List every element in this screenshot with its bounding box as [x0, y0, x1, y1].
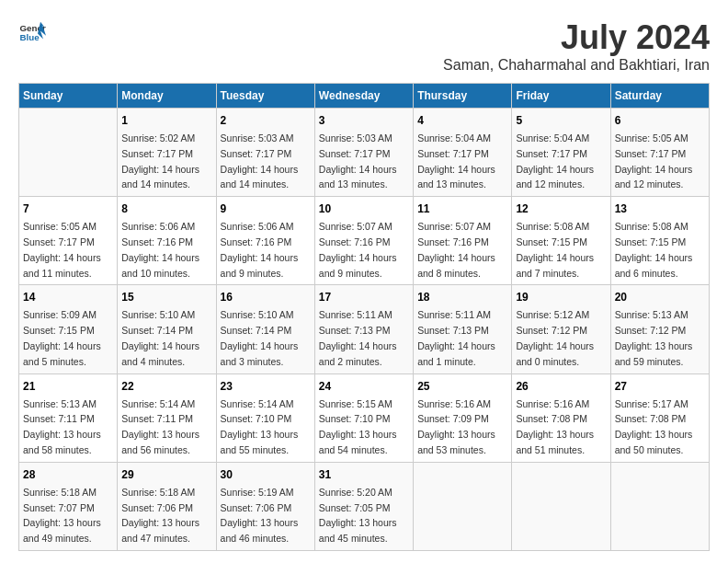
calendar-week-row: 21Sunrise: 5:13 AM Sunset: 7:11 PM Dayli…: [19, 373, 710, 462]
day-info: Sunrise: 5:19 AM Sunset: 7:06 PM Dayligh…: [221, 485, 311, 546]
day-info: Sunrise: 5:05 AM Sunset: 7:17 PM Dayligh…: [23, 219, 113, 281]
day-number: 29: [121, 466, 211, 483]
calendar-cell: 13Sunrise: 5:08 AM Sunset: 7:15 PM Dayli…: [610, 197, 709, 285]
calendar-cell: 10Sunrise: 5:07 AM Sunset: 7:16 PM Dayli…: [314, 197, 413, 285]
day-info: Sunrise: 5:09 AM Sunset: 7:15 PM Dayligh…: [23, 307, 113, 369]
day-number: 13: [615, 201, 705, 217]
day-number: 31: [319, 466, 409, 483]
day-info: Sunrise: 5:17 AM Sunset: 7:08 PM Dayligh…: [615, 396, 705, 458]
day-info: Sunrise: 5:06 AM Sunset: 7:16 PM Dayligh…: [121, 219, 211, 281]
day-info: Sunrise: 5:13 AM Sunset: 7:11 PM Dayligh…: [23, 396, 113, 458]
calendar-cell: 4Sunrise: 5:04 AM Sunset: 7:17 PM Daylig…: [414, 109, 512, 197]
day-info: Sunrise: 5:08 AM Sunset: 7:15 PM Dayligh…: [516, 219, 606, 281]
day-number: 21: [23, 378, 113, 395]
day-number: 7: [23, 201, 113, 217]
day-number: 10: [319, 201, 409, 217]
day-info: Sunrise: 5:04 AM Sunset: 7:17 PM Dayligh…: [417, 131, 507, 192]
day-info: Sunrise: 5:02 AM Sunset: 7:17 PM Dayligh…: [121, 131, 211, 192]
day-number: 18: [417, 289, 507, 305]
calendar-cell: 22Sunrise: 5:14 AM Sunset: 7:11 PM Dayli…: [118, 373, 216, 462]
title-area: July 2024 Saman, Chaharmahal and Bakhtia…: [443, 18, 710, 74]
calendar-cell: 12Sunrise: 5:08 AM Sunset: 7:15 PM Dayli…: [512, 197, 610, 285]
calendar-header: SundayMondayTuesdayWednesdayThursdayFrid…: [19, 84, 710, 109]
calendar-cell: [414, 462, 512, 550]
calendar-cell: 19Sunrise: 5:12 AM Sunset: 7:12 PM Dayli…: [512, 285, 610, 373]
day-number: 20: [615, 289, 705, 305]
weekday-row: SundayMondayTuesdayWednesdayThursdayFrid…: [19, 84, 710, 109]
logo: General Blue: [18, 18, 48, 46]
day-number: 16: [221, 289, 311, 305]
calendar-cell: 11Sunrise: 5:07 AM Sunset: 7:16 PM Dayli…: [414, 197, 512, 285]
calendar-week-row: 1Sunrise: 5:02 AM Sunset: 7:17 PM Daylig…: [19, 109, 710, 197]
day-info: Sunrise: 5:10 AM Sunset: 7:14 PM Dayligh…: [121, 307, 211, 369]
calendar-cell: [19, 109, 118, 197]
calendar-cell: 9Sunrise: 5:06 AM Sunset: 7:16 PM Daylig…: [216, 197, 314, 285]
calendar-week-row: 28Sunrise: 5:18 AM Sunset: 7:07 PM Dayli…: [19, 462, 710, 550]
day-number: 8: [121, 201, 211, 217]
day-info: Sunrise: 5:05 AM Sunset: 7:17 PM Dayligh…: [615, 131, 705, 192]
day-info: Sunrise: 5:16 AM Sunset: 7:08 PM Dayligh…: [516, 396, 606, 458]
day-info: Sunrise: 5:11 AM Sunset: 7:13 PM Dayligh…: [319, 307, 409, 369]
day-info: Sunrise: 5:04 AM Sunset: 7:17 PM Dayligh…: [516, 131, 606, 192]
month-title: July 2024: [443, 18, 710, 57]
calendar-cell: 25Sunrise: 5:16 AM Sunset: 7:09 PM Dayli…: [414, 373, 512, 462]
day-number: 22: [121, 378, 211, 395]
day-info: Sunrise: 5:18 AM Sunset: 7:06 PM Dayligh…: [121, 485, 211, 546]
logo-icon: General Blue: [18, 18, 46, 46]
day-number: 9: [221, 201, 311, 217]
calendar-table: SundayMondayTuesdayWednesdayThursdayFrid…: [18, 83, 710, 551]
day-number: 17: [319, 289, 409, 305]
day-info: Sunrise: 5:13 AM Sunset: 7:12 PM Dayligh…: [615, 307, 705, 369]
location-title: Saman, Chaharmahal and Bakhtiari, Iran: [443, 57, 710, 74]
day-info: Sunrise: 5:06 AM Sunset: 7:16 PM Dayligh…: [221, 219, 311, 281]
day-number: 6: [615, 112, 705, 129]
calendar-cell: 30Sunrise: 5:19 AM Sunset: 7:06 PM Dayli…: [216, 462, 314, 550]
day-info: Sunrise: 5:08 AM Sunset: 7:15 PM Dayligh…: [615, 219, 705, 281]
weekday-header: Sunday: [19, 84, 118, 109]
calendar-cell: 6Sunrise: 5:05 AM Sunset: 7:17 PM Daylig…: [610, 109, 709, 197]
day-info: Sunrise: 5:18 AM Sunset: 7:07 PM Dayligh…: [23, 485, 113, 546]
day-info: Sunrise: 5:12 AM Sunset: 7:12 PM Dayligh…: [516, 307, 606, 369]
day-info: Sunrise: 5:03 AM Sunset: 7:17 PM Dayligh…: [221, 131, 311, 192]
calendar-cell: 3Sunrise: 5:03 AM Sunset: 7:17 PM Daylig…: [314, 109, 413, 197]
weekday-header: Tuesday: [216, 84, 314, 109]
calendar-cell: 15Sunrise: 5:10 AM Sunset: 7:14 PM Dayli…: [118, 285, 216, 373]
calendar-cell: 26Sunrise: 5:16 AM Sunset: 7:08 PM Dayli…: [512, 373, 610, 462]
calendar-cell: 16Sunrise: 5:10 AM Sunset: 7:14 PM Dayli…: [216, 285, 314, 373]
calendar-cell: 2Sunrise: 5:03 AM Sunset: 7:17 PM Daylig…: [216, 109, 314, 197]
calendar-cell: 14Sunrise: 5:09 AM Sunset: 7:15 PM Dayli…: [19, 285, 118, 373]
day-info: Sunrise: 5:14 AM Sunset: 7:11 PM Dayligh…: [121, 396, 211, 458]
day-number: 27: [615, 378, 705, 395]
day-number: 28: [23, 466, 113, 483]
calendar-cell: 28Sunrise: 5:18 AM Sunset: 7:07 PM Dayli…: [19, 462, 118, 550]
weekday-header: Saturday: [610, 84, 709, 109]
calendar-cell: 8Sunrise: 5:06 AM Sunset: 7:16 PM Daylig…: [118, 197, 216, 285]
day-number: 5: [516, 112, 606, 129]
day-info: Sunrise: 5:03 AM Sunset: 7:17 PM Dayligh…: [319, 131, 409, 192]
day-number: 1: [121, 112, 211, 129]
svg-text:Blue: Blue: [20, 32, 40, 42]
day-info: Sunrise: 5:15 AM Sunset: 7:10 PM Dayligh…: [319, 396, 409, 458]
day-number: 25: [417, 378, 507, 395]
calendar-body: 1Sunrise: 5:02 AM Sunset: 7:17 PM Daylig…: [19, 109, 710, 551]
calendar-cell: 17Sunrise: 5:11 AM Sunset: 7:13 PM Dayli…: [314, 285, 413, 373]
calendar-cell: 21Sunrise: 5:13 AM Sunset: 7:11 PM Dayli…: [19, 373, 118, 462]
day-number: 2: [221, 112, 311, 129]
calendar-cell: 29Sunrise: 5:18 AM Sunset: 7:06 PM Dayli…: [118, 462, 216, 550]
calendar-cell: 27Sunrise: 5:17 AM Sunset: 7:08 PM Dayli…: [610, 373, 709, 462]
calendar-week-row: 7Sunrise: 5:05 AM Sunset: 7:17 PM Daylig…: [19, 197, 710, 285]
calendar-cell: 7Sunrise: 5:05 AM Sunset: 7:17 PM Daylig…: [19, 197, 118, 285]
day-number: 14: [23, 289, 113, 305]
calendar-cell: 20Sunrise: 5:13 AM Sunset: 7:12 PM Dayli…: [610, 285, 709, 373]
day-info: Sunrise: 5:07 AM Sunset: 7:16 PM Dayligh…: [319, 219, 409, 281]
weekday-header: Wednesday: [314, 84, 413, 109]
day-number: 26: [516, 378, 606, 395]
calendar-cell: 18Sunrise: 5:11 AM Sunset: 7:13 PM Dayli…: [414, 285, 512, 373]
day-info: Sunrise: 5:07 AM Sunset: 7:16 PM Dayligh…: [417, 219, 507, 281]
calendar-cell: 5Sunrise: 5:04 AM Sunset: 7:17 PM Daylig…: [512, 109, 610, 197]
day-number: 23: [221, 378, 311, 395]
day-number: 4: [417, 112, 507, 129]
day-info: Sunrise: 5:11 AM Sunset: 7:13 PM Dayligh…: [417, 307, 507, 369]
header: General Blue July 2024 Saman, Chaharmaha…: [18, 18, 710, 74]
day-number: 24: [319, 378, 409, 395]
